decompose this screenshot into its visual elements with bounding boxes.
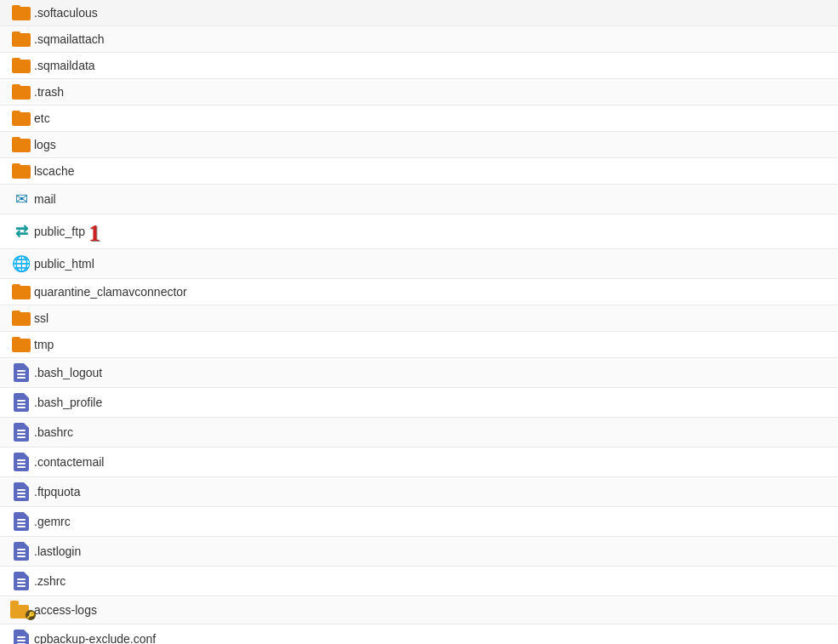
file-icon-wrap [9, 311, 34, 326]
list-item[interactable]: .sqmaildata [0, 53, 838, 79]
list-item[interactable]: logs [0, 132, 838, 158]
list-item[interactable]: ✉ mail [0, 185, 838, 214]
badge-number: 1 [88, 221, 100, 245]
list-item[interactable]: 🔑 access-logs [0, 596, 838, 624]
file-icon-wrap [9, 482, 34, 501]
file-name[interactable]: access-logs [34, 603, 97, 617]
doc-icon [14, 512, 29, 531]
folder-icon [12, 5, 31, 20]
file-name[interactable]: ssl [34, 311, 48, 325]
folder-icon [12, 337, 31, 352]
file-icon-wrap [9, 137, 34, 152]
file-icon-wrap [9, 31, 34, 47]
list-item[interactable]: .bashrc [0, 418, 838, 447]
file-icon-wrap [9, 572, 34, 590]
file-name[interactable]: .softaculous [34, 6, 98, 20]
list-item[interactable]: .zshrc [0, 567, 838, 596]
folder-icon [12, 58, 31, 73]
file-icon-wrap [9, 512, 34, 531]
folder-icon [12, 163, 31, 179]
folder-icon [12, 31, 31, 47]
list-item[interactable]: .trash [0, 79, 838, 105]
list-item[interactable]: ssl [0, 305, 838, 332]
list-item[interactable]: .gemrc [0, 507, 838, 537]
file-icon-wrap: 🔑 [9, 601, 34, 618]
folder-icon [12, 111, 31, 126]
list-item[interactable]: .bash_logout [0, 358, 838, 388]
file-icon-wrap [9, 542, 34, 561]
file-icon-wrap [9, 163, 34, 179]
file-icon-wrap [9, 423, 34, 442]
file-name[interactable]: mail [34, 192, 56, 206]
file-icon-wrap [9, 337, 34, 352]
file-name[interactable]: .gemrc [34, 515, 71, 528]
folder-icon [12, 137, 31, 152]
ftp-icon: ⇄ [15, 222, 28, 241]
file-icon-wrap: ⇄ [9, 222, 34, 241]
file-name[interactable]: .ftpquota [34, 485, 81, 499]
file-name[interactable]: lscache [34, 164, 74, 178]
file-name[interactable]: .sqmailattach [34, 32, 104, 46]
file-name[interactable]: .bashrc [34, 425, 73, 439]
file-icon-wrap [9, 363, 34, 382]
file-name[interactable]: etc [34, 111, 50, 125]
list-item[interactable]: quarantine_clamavconnector [0, 279, 838, 305]
doc-icon [14, 630, 29, 644]
file-name[interactable]: cpbackup-exclude.conf [34, 632, 156, 644]
folder-icon [12, 311, 31, 326]
file-name[interactable]: .bash_profile [34, 396, 102, 409]
list-item[interactable]: etc [0, 105, 838, 132]
list-item[interactable]: tmp [0, 332, 838, 358]
file-name[interactable]: .lastlogin [34, 544, 81, 558]
file-name[interactable]: .bash_logout [34, 366, 102, 379]
folder-icon [12, 284, 31, 299]
file-name[interactable]: logs [34, 138, 56, 151]
file-icon-wrap: 🌐 [9, 254, 34, 273]
list-item[interactable]: cpbackup-exclude.conf [0, 624, 838, 644]
doc-icon [14, 542, 29, 561]
file-icon-wrap [9, 111, 34, 126]
file-icon-wrap [9, 453, 34, 471]
file-icon-wrap [9, 393, 34, 412]
file-name[interactable]: public_html [34, 257, 94, 271]
doc-icon [14, 423, 29, 442]
mail-icon: ✉ [15, 190, 28, 208]
file-icon-wrap [9, 630, 34, 644]
file-name[interactable]: public_ftp [34, 225, 85, 238]
list-item[interactable]: .contactemail [0, 447, 838, 477]
file-name[interactable]: .trash [34, 85, 64, 99]
doc-icon [14, 453, 29, 471]
list-item[interactable]: ⇄ public_ftp 1 [0, 214, 838, 249]
list-item[interactable]: .lastlogin [0, 537, 838, 567]
doc-icon [14, 393, 29, 412]
list-item[interactable]: 🌐 public_html [0, 249, 838, 279]
list-item[interactable]: .sqmailattach [0, 26, 838, 53]
file-name[interactable]: .zshrc [34, 574, 66, 588]
doc-icon [14, 572, 29, 590]
list-item[interactable]: .softaculous [0, 0, 838, 26]
file-icon-wrap: ✉ [9, 190, 34, 208]
file-icon-wrap [9, 284, 34, 299]
file-name[interactable]: quarantine_clamavconnector [34, 285, 187, 299]
folder-icon [12, 84, 31, 100]
doc-icon [14, 482, 29, 501]
file-icon-wrap [9, 84, 34, 100]
list-item[interactable]: .bash_profile [0, 388, 838, 418]
file-name[interactable]: .sqmaildata [34, 59, 95, 72]
file-icon-wrap [9, 5, 34, 20]
file-icon-wrap [9, 58, 34, 73]
list-item[interactable]: lscache [0, 158, 838, 185]
file-name[interactable]: tmp [34, 338, 54, 351]
list-item[interactable]: .ftpquota [0, 477, 838, 507]
access-logs-icon: 🔑 [10, 601, 32, 618]
doc-icon [14, 363, 29, 382]
file-name[interactable]: .contactemail [34, 455, 104, 469]
globe-icon: 🌐 [12, 254, 31, 273]
